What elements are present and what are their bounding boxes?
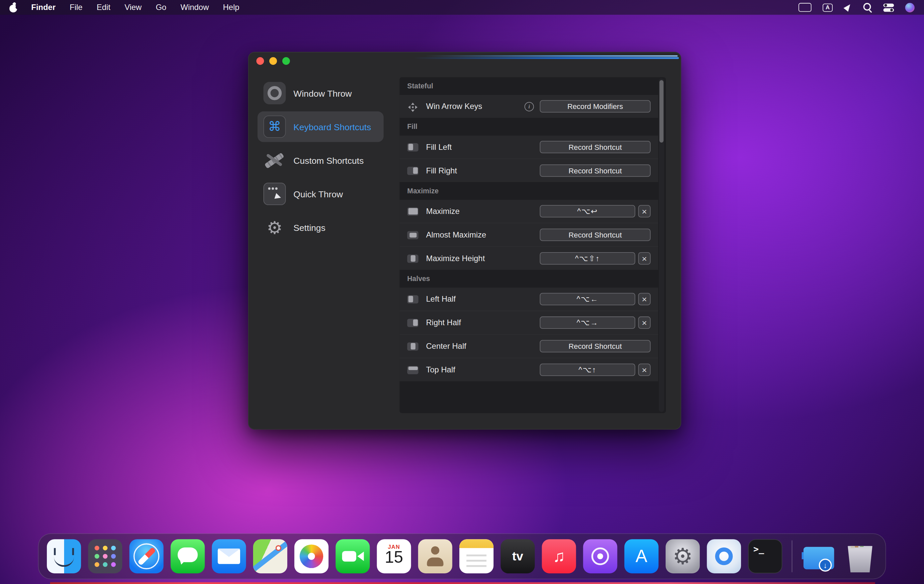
dock-icon-window-throw-app[interactable]: [707, 539, 741, 573]
row-icon-fill: [408, 366, 417, 370]
dock-icon-photos[interactable]: [294, 539, 328, 573]
dock-icon-facetime[interactable]: [335, 539, 370, 573]
shortcut-row-maximize-height: Maximize Height^⌥⇧↑: [399, 246, 658, 270]
info-icon[interactable]: [525, 102, 534, 111]
section-header: Maximize: [399, 182, 658, 200]
shortcut-field[interactable]: ^⌥⇧↑: [540, 252, 635, 264]
section-rows: Maximize^⌥↩Almost MaximizeRecord Shortcu…: [399, 200, 658, 270]
row-icon-fill: [411, 343, 415, 350]
section-stateful: StatefulWin Arrow KeysRecord Modifiers: [399, 77, 658, 117]
siri-icon[interactable]: [905, 3, 914, 12]
shortcut-row-almost-maximize: Almost MaximizeRecord Shortcut: [399, 223, 658, 246]
shortcut-row-maximize: Maximize^⌥↩: [399, 200, 658, 223]
shortcut-row-label: Maximize Height: [426, 254, 540, 263]
scrollbar-thumb[interactable]: [659, 80, 663, 142]
shortcut-row-center-half: Center HalfRecord Shortcut: [399, 334, 658, 358]
record-shortcut-button[interactable]: Record Shortcut: [540, 141, 651, 153]
sidebar-item-label: Settings: [294, 223, 325, 233]
search-icon[interactable]: [863, 3, 872, 12]
shortcut-row-label: Center Half: [426, 342, 540, 351]
section-rows: Fill LeftRecord ShortcutFill RightRecord…: [399, 135, 658, 182]
shortcuts-pane: StatefulWin Arrow KeysRecord ModifiersFi…: [399, 77, 666, 413]
dock-icon-contacts[interactable]: [418, 539, 452, 573]
close-button[interactable]: [256, 57, 264, 65]
zoom-button[interactable]: [282, 57, 290, 65]
shortcut-field[interactable]: ^⌥↩: [540, 205, 635, 217]
section-rows: Left Half^⌥←Right Half^⌥→Center HalfReco…: [399, 288, 658, 381]
dock-icon-launchpad[interactable]: [88, 539, 122, 573]
shortcut-sections: StatefulWin Arrow KeysRecord ModifiersFi…: [399, 77, 658, 381]
menu-item-view[interactable]: View: [125, 3, 142, 12]
sidebar-item-custom-shortcuts[interactable]: Custom Shortcuts: [257, 145, 384, 175]
dock-icon-messages[interactable]: [171, 539, 205, 573]
row-icon-fill: [409, 233, 416, 237]
shortcut-field[interactable]: ^⌥→: [540, 317, 635, 329]
dock-icon-music[interactable]: ♫: [542, 539, 576, 573]
row-icon-fill: [408, 144, 413, 150]
active-app-name[interactable]: Finder: [31, 3, 56, 12]
record-shortcut-button[interactable]: Record Shortcut: [540, 340, 651, 353]
accent-stripe: [425, 56, 678, 57]
custom-shortcuts-icon: [263, 149, 285, 172]
maximize-height-icon: [407, 254, 419, 262]
dock-icon-notes[interactable]: [459, 539, 493, 573]
row-icon-fill: [408, 296, 413, 303]
sidebar-item-label: Quick Throw: [294, 189, 343, 199]
shortcut-row-label: Left Half: [426, 295, 540, 304]
clear-shortcut-button[interactable]: [638, 205, 650, 217]
dock-icon-system-preferences[interactable]: [666, 539, 700, 573]
shortcut-row-fill-right: Fill RightRecord Shortcut: [399, 158, 658, 182]
section-header: Fill: [399, 118, 658, 135]
row-icon-fill: [408, 208, 417, 214]
almost-maximize-icon: [407, 231, 419, 239]
sidebar-item-window-throw[interactable]: Window Throw: [257, 78, 384, 108]
record-shortcut-button[interactable]: Record Shortcut: [540, 229, 651, 241]
control-center-icon[interactable]: [883, 3, 894, 12]
gear-icon: [263, 216, 285, 239]
shortcut-row-label: Fill Right: [426, 166, 540, 175]
menu-item-edit[interactable]: Edit: [97, 3, 110, 12]
minimize-button[interactable]: [269, 57, 277, 65]
maximize-icon: [407, 207, 419, 216]
dock-icon-trash[interactable]: [843, 539, 877, 573]
dock-icon-maps[interactable]: [253, 539, 287, 573]
sidebar-item-quick-throw[interactable]: Quick Throw: [257, 179, 384, 209]
record-shortcut-button[interactable]: Record Modifiers: [540, 100, 651, 112]
input-source-icon[interactable]: [799, 3, 812, 12]
shortcut-field[interactable]: ^⌥←: [540, 293, 635, 305]
clear-shortcut-button[interactable]: [638, 317, 650, 329]
menu-item-help[interactable]: Help: [223, 3, 239, 12]
menu-item-file[interactable]: File: [70, 3, 83, 12]
shortcut-row-label: Fill Left: [426, 142, 540, 152]
app-window: Window ThrowKeyboard ShortcutsCustom Sho…: [248, 52, 681, 429]
shortcut-field[interactable]: ^⌥↑: [540, 364, 635, 376]
location-icon[interactable]: [844, 3, 852, 12]
sidebar-item-settings[interactable]: Settings: [257, 212, 384, 243]
center-half-icon: [407, 342, 419, 350]
sidebar-item-keyboard-shortcuts[interactable]: Keyboard Shortcuts: [257, 111, 384, 142]
clear-shortcut-button[interactable]: [638, 364, 650, 376]
clear-shortcut-button[interactable]: [638, 252, 650, 264]
section-header: Halves: [399, 270, 658, 287]
dock-icon-appletv[interactable]: tv: [500, 539, 535, 573]
menu-item-go[interactable]: Go: [156, 3, 167, 12]
fill-left-icon: [407, 143, 419, 151]
shortcut-row-left-half: Left Half^⌥←: [399, 288, 658, 310]
shortcut-control: ^⌥←: [540, 293, 651, 305]
menu-bar: Finder FileEditViewGoWindowHelp: [0, 0, 924, 15]
menu-item-window[interactable]: Window: [181, 3, 209, 12]
dock-icon-terminal[interactable]: >_: [748, 539, 782, 573]
clear-shortcut-button[interactable]: [638, 293, 650, 305]
dock-icon-downloads[interactable]: [802, 539, 836, 573]
dock-icon-safari[interactable]: [129, 539, 163, 573]
scrollbar: [659, 78, 664, 412]
dock-icon-mail[interactable]: [212, 539, 246, 573]
record-shortcut-button[interactable]: Record Shortcut: [540, 165, 651, 177]
section-fill: FillFill LeftRecord ShortcutFill RightRe…: [399, 118, 658, 182]
apple-icon[interactable]: [9, 3, 17, 12]
dock-icon-podcasts[interactable]: [583, 539, 617, 573]
dock-icon-calendar[interactable]: JAN15: [377, 539, 411, 573]
dock-icon-appstore[interactable]: A: [624, 539, 658, 573]
character-viewer-icon[interactable]: [823, 3, 833, 12]
dock-icon-finder[interactable]: [47, 539, 81, 573]
